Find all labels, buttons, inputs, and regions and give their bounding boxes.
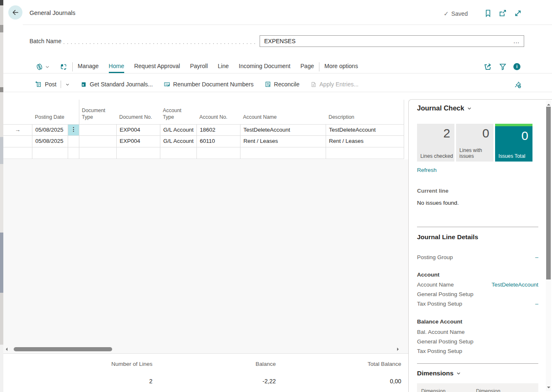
factbox-divider (417, 363, 538, 364)
renumber-icon (164, 81, 170, 88)
chevron-down-icon (467, 106, 472, 111)
scroll-up-arrow[interactable] (547, 102, 550, 105)
back-button[interactable] (8, 5, 22, 20)
cell-posting-date[interactable] (32, 147, 68, 159)
dimension-column-2[interactable]: Dimension (476, 388, 500, 392)
account-name-label: Account Name (417, 281, 454, 288)
cell-account-name[interactable]: Rent / Leases (240, 136, 326, 147)
dimension-column-1[interactable]: Dimension (421, 388, 446, 392)
vertical-scrollbar-thumb[interactable] (546, 107, 551, 279)
filter-icon[interactable] (499, 63, 507, 71)
posting-group-value[interactable]: – (535, 254, 538, 261)
cell-document-no[interactable]: EXP004 (116, 125, 160, 135)
scroll-left-arrow[interactable] (4, 348, 7, 351)
tab-page[interactable]: Page (300, 60, 314, 73)
issues-total-card[interactable]: 0 Issues Total (495, 124, 532, 162)
ribbon-menu: Manage Home Request Approval Payroll Lin… (3, 60, 552, 73)
row-selector[interactable] (3, 136, 32, 147)
scroll-down-arrow[interactable] (547, 387, 550, 390)
row-menu-button[interactable]: ⋮ (68, 125, 79, 135)
column-header-posting-date[interactable]: Posting Date (35, 114, 64, 120)
cell-document-no[interactable] (116, 147, 160, 159)
bal-tax-posting-setup-label: Tax Posting Setup (417, 348, 462, 355)
ribbon-separator-2 (319, 62, 319, 71)
number-of-lines-value: 2 (69, 378, 152, 385)
focus-mode-button[interactable] (60, 63, 67, 71)
tab-line[interactable]: Line (218, 60, 228, 73)
dimensions-header[interactable]: Dimensions (417, 370, 538, 377)
apply-entries-button[interactable]: Apply Entries... (310, 81, 358, 88)
row-menu-cell[interactable] (68, 147, 79, 159)
tab-payroll[interactable]: Payroll (190, 60, 208, 73)
column-header-account-type[interactable]: Account Type (163, 107, 188, 120)
cell-account-no[interactable]: 60110 (196, 136, 240, 147)
column-header-document-type[interactable]: Document Type (82, 107, 111, 120)
post-button[interactable]: Post (35, 81, 70, 88)
cell-posting-date[interactable]: 05/08/2025 (32, 136, 68, 147)
post-split-divider (61, 81, 61, 88)
cell-document-no[interactable]: EXP004 (116, 136, 160, 147)
cell-description[interactable] (326, 147, 404, 159)
row-selector[interactable] (3, 147, 32, 159)
cell-document-type[interactable] (79, 147, 116, 159)
journal-line-details-title: Journal Line Details (417, 233, 538, 241)
refresh-link[interactable]: Refresh (417, 167, 538, 173)
bal-account-name-label: Bal. Account Name (417, 328, 465, 336)
column-header-document-no[interactable]: Document No. (119, 114, 152, 120)
horizontal-scrollbar-thumb[interactable] (14, 347, 112, 351)
tab-incoming-document[interactable]: Incoming Document (239, 60, 291, 73)
account-name-row: Account Name TestDeleteAccount (417, 281, 538, 288)
cell-account-no[interactable]: 18602 (196, 125, 240, 135)
cell-account-type[interactable]: G/L Account (160, 136, 196, 147)
ribbon-separator (72, 62, 73, 71)
views-button[interactable] (35, 63, 50, 71)
active-row-indicator[interactable]: → (3, 125, 32, 135)
column-header-account-no[interactable]: Account No. (199, 114, 228, 120)
batch-name-value: EXPENSES (264, 38, 513, 44)
column-header-account-name[interactable]: Account Name (243, 114, 277, 120)
get-standard-journals-button[interactable]: Get Standard Journals... (81, 81, 153, 88)
cell-document-type[interactable] (79, 125, 116, 135)
tax-posting-setup-value[interactable]: – (535, 300, 538, 307)
tab-request-approval[interactable]: Request Approval (134, 60, 180, 73)
journal-check-header[interactable]: Journal Check (417, 104, 538, 112)
current-line-label: Current line (417, 188, 538, 194)
save-status-label: Saved (451, 10, 468, 17)
cell-description[interactable]: Rent / Leases (326, 136, 404, 147)
row-menu-cell[interactable] (68, 136, 79, 147)
ribbon-divider (3, 73, 552, 74)
tab-home[interactable]: Home (109, 60, 124, 73)
dimensions-title: Dimensions (417, 370, 454, 377)
cell-account-name[interactable] (240, 147, 326, 159)
column-header-description[interactable]: Description (329, 114, 354, 120)
bookmark-icon[interactable] (484, 9, 492, 17)
cell-posting-date[interactable]: 05/08/2025 (32, 125, 68, 135)
cell-description[interactable]: TestDeleteAccount (326, 125, 404, 135)
cell-account-name[interactable]: TestDeleteAccount (240, 125, 326, 135)
open-in-new-window-icon[interactable] (498, 9, 507, 17)
lines-checked-card[interactable]: 2 Lines checked (417, 124, 454, 162)
tab-manage[interactable]: Manage (78, 60, 99, 73)
reconcile-label: Reconcile (274, 81, 299, 88)
account-name-link[interactable]: TestDeleteAccount (491, 281, 538, 288)
scroll-right-arrow[interactable] (397, 348, 400, 351)
info-icon[interactable]: i (513, 63, 520, 70)
expand-icon[interactable] (514, 9, 522, 17)
post-dropdown-chevron-icon[interactable] (65, 82, 70, 87)
share-icon[interactable] (483, 62, 492, 71)
more-options-button[interactable]: More options (324, 60, 358, 73)
batch-assist-edit-button[interactable]: ... (513, 39, 520, 43)
renumber-document-numbers-button[interactable]: Renumber Document Numbers (164, 81, 254, 88)
general-posting-setup-label: General Posting Setup (417, 291, 473, 298)
cell-account-type[interactable]: G/L Account (160, 125, 196, 135)
factbox-divider (417, 227, 538, 227)
unpin-action-bar-icon[interactable] (514, 81, 522, 89)
reconcile-button[interactable]: Reconcile (265, 81, 299, 88)
bal-general-posting-setup-row: General Posting Setup (417, 338, 538, 345)
batch-name-field[interactable]: EXPENSES ... (260, 35, 524, 47)
frozen-pane-divider (79, 100, 79, 124)
cell-account-no[interactable] (196, 147, 240, 159)
cell-account-type[interactable] (160, 147, 196, 159)
lines-with-issues-card[interactable]: 0 Lines with issues (456, 124, 493, 162)
cell-document-type[interactable] (79, 136, 116, 147)
